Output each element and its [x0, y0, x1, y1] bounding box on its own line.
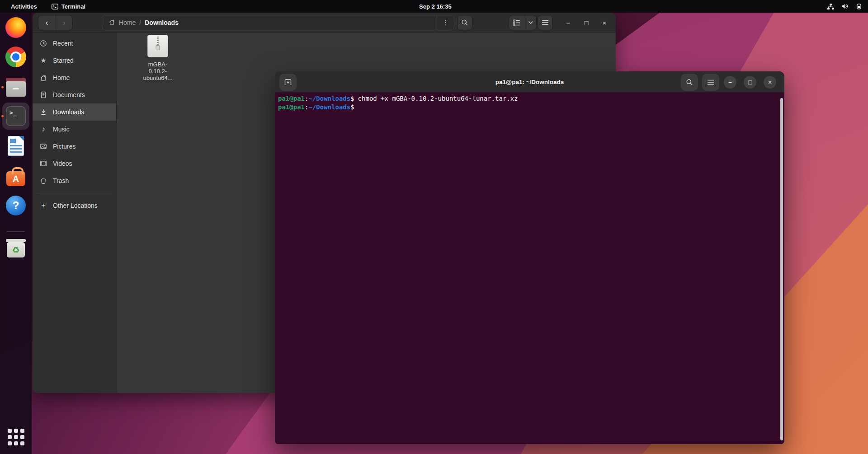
terminal-running-indicator	[1, 115, 4, 117]
starred-icon: ★	[40, 56, 47, 65]
files-icon	[6, 81, 26, 97]
sidebar-item-starred[interactable]: ★ Starred	[33, 52, 116, 69]
help-icon: ?	[6, 196, 26, 215]
show-apps-button[interactable]	[0, 427, 32, 447]
sidebar-item-music[interactable]: ♪ Music	[33, 121, 116, 138]
show-apps-grid-icon	[8, 429, 24, 445]
dock-item-chrome[interactable]	[0, 46, 32, 68]
focused-app-indicator[interactable]: Terminal	[52, 3, 85, 10]
focused-app-name: Terminal	[61, 3, 85, 10]
breadcrumb-home[interactable]: Home	[119, 19, 136, 26]
sidebar-item-pictures[interactable]: Pictures	[33, 138, 116, 155]
files-headerbar[interactable]: ‹ › Home / Downloads ⋮	[33, 13, 616, 33]
file-name-label: mGBA- 0.10.2- ubuntu64...	[143, 61, 172, 81]
sidebar-item-recent[interactable]: Recent	[33, 35, 116, 52]
terminal-app-icon	[52, 4, 58, 9]
volume-icon	[841, 3, 849, 9]
sidebar-item-other-locations[interactable]: + Other Locations	[33, 197, 116, 214]
clock[interactable]: Sep 2 16:35	[419, 0, 452, 13]
sidebar-item-videos[interactable]: Videos	[33, 155, 116, 172]
terminal-close-button[interactable]: ×	[764, 76, 776, 89]
dock-item-firefox[interactable]	[0, 17, 32, 38]
file-item-mgba-archive[interactable]: mGBA- 0.10.2- ubuntu64...	[133, 35, 183, 81]
terminal-line-2: pa1@pa1:~/Downloads$	[278, 103, 784, 112]
sidebar-item-documents[interactable]: Documents	[33, 86, 116, 103]
music-icon: ♪	[40, 125, 47, 133]
dock-item-ubuntu-software[interactable]: A	[0, 165, 32, 187]
path-bar[interactable]: Home / Downloads ⋮	[102, 15, 454, 30]
files-close-button[interactable]: ×	[599, 17, 610, 28]
files-running-indicator	[1, 86, 4, 89]
files-menu-button[interactable]	[538, 15, 553, 30]
network-icon	[827, 3, 835, 10]
terminal-icon: >_	[6, 106, 26, 126]
files-minimize-button[interactable]: −	[562, 17, 574, 28]
terminal-line-1: pa1@pa1:~/Downloads$chmod +x mGBA-0.10.2…	[278, 94, 784, 103]
new-tab-button[interactable]	[279, 74, 297, 91]
breadcrumb: Home / Downloads	[102, 19, 437, 27]
path-options-button[interactable]: ⋮	[437, 15, 454, 30]
plus-icon: +	[40, 201, 47, 210]
terminal-minimize-button[interactable]: −	[724, 76, 736, 89]
sidebar-item-home[interactable]: Home	[33, 69, 116, 86]
files-sidebar: Recent ★ Starred Home Documents Download…	[33, 33, 117, 393]
terminal-scrollbar[interactable]	[780, 98, 783, 440]
dock-item-libreoffice-writer[interactable]	[0, 135, 32, 157]
top-bar: Activities Terminal Sep 2 16:35	[0, 0, 868, 13]
dock-item-files[interactable]	[0, 76, 32, 98]
forward-button[interactable]: ›	[56, 15, 73, 30]
activities-button[interactable]: Activities	[7, 3, 41, 10]
chrome-icon	[5, 47, 26, 67]
dock-item-terminal[interactable]: >_	[0, 105, 32, 127]
terminal-window: pa1@pa1: ~/Downloads − □ × pa1@pa1:~/Dow…	[275, 71, 784, 444]
list-view-button[interactable]	[509, 15, 525, 30]
firefox-icon	[5, 17, 26, 38]
terminal-headerbar[interactable]: pa1@pa1: ~/Downloads − □ ×	[275, 71, 784, 93]
sidebar-item-downloads[interactable]: Downloads	[33, 103, 116, 121]
nav-button-group: ‹ ›	[38, 15, 73, 30]
dock: >_ A ? ♻	[0, 13, 32, 454]
files-search-button[interactable]	[457, 15, 472, 30]
ubuntu-software-icon: A	[6, 171, 25, 186]
breadcrumb-current[interactable]: Downloads	[145, 19, 179, 26]
back-button[interactable]: ‹	[38, 15, 56, 30]
terminal-content[interactable]: pa1@pa1:~/Downloads$chmod +x mGBA-0.10.2…	[275, 93, 784, 444]
sidebar-separator	[37, 193, 112, 193]
system-tray[interactable]	[827, 0, 863, 13]
dock-item-trash[interactable]: ♻	[0, 237, 32, 258]
view-toggle-group	[509, 15, 537, 30]
trash-dock-icon: ♻	[7, 242, 25, 257]
view-options-chevron-icon[interactable]	[525, 15, 536, 30]
files-maximize-button[interactable]: □	[580, 17, 592, 28]
dock-separator	[7, 231, 25, 232]
battery-icon	[855, 4, 863, 9]
breadcrumb-separator: /	[139, 19, 141, 26]
terminal-maximize-button[interactable]: □	[744, 76, 756, 89]
sidebar-item-trash[interactable]: Trash	[33, 172, 116, 189]
home-breadcrumb-icon	[108, 19, 115, 27]
terminal-menu-button[interactable]	[702, 74, 719, 91]
terminal-search-button[interactable]	[681, 74, 698, 91]
dock-item-help[interactable]: ?	[0, 195, 32, 216]
command-text: chmod +x mGBA-0.10.2-ubuntu64-lunar.tar.…	[354, 95, 518, 102]
libreoffice-writer-icon	[8, 136, 24, 156]
archive-file-icon	[147, 35, 168, 57]
